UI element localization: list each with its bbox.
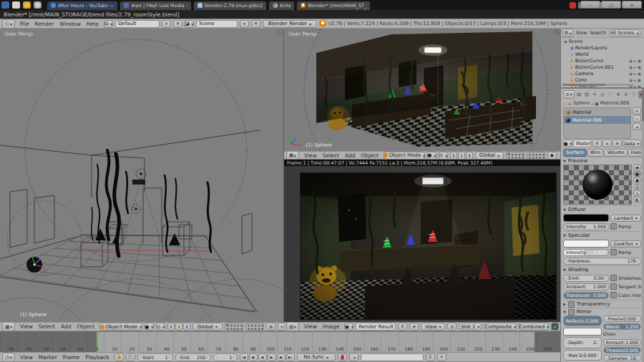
preview-cube-button[interactable]: ◼ [633,177,641,183]
preview-sky-button[interactable]: ◐ [633,197,641,202]
render-camera-icon[interactable]: ▣ [638,65,641,69]
scale-manipulator-button[interactable] [466,152,473,160]
editor-type-outliner-icon[interactable]: ☰ [562,29,573,37]
diffuse-intensity-slider[interactable]: Intensity:1.000 [563,223,609,230]
av-sync-select[interactable]: No Sync [297,353,336,361]
transform-orientation-select[interactable]: Global [192,323,223,331]
screen-layout-add-button[interactable]: + [162,20,171,28]
slot-remove-button[interactable]: − [633,115,641,122]
tab-scene-icon[interactable]: ✶ [591,91,598,98]
shading-section-header[interactable]: ▼ Shading [563,265,641,273]
gloss-threshold-slider[interactable]: Threshold:0.005 [603,347,642,353]
frame-end-field[interactable]: ‹End:250› [175,353,211,361]
blend-slider[interactable]: Blend:1.250 [603,323,642,330]
playback-button[interactable]: ◀| [249,353,258,361]
menu-item[interactable]: View [301,323,320,330]
diffuse-shader-select[interactable]: Lambert [610,215,641,222]
outliner-item[interactable]: ◆ World ◉ ▸ ▣ [561,51,644,57]
menu-item[interactable]: View [575,30,588,36]
area-resize-grip[interactable] [554,167,560,172]
tab-data-icon[interactable]: ▽ [630,91,638,98]
rotate-manipulator-button[interactable] [175,323,182,331]
window-control-button[interactable]: – [580,1,600,9]
material-name-field[interactable]: Material... [573,140,592,147]
menu-item[interactable]: Select [36,323,58,330]
area-resize-grip[interactable] [277,29,283,35]
unlink-material-button[interactable]: ✕ [613,140,622,147]
menu-item[interactable]: Object [358,152,381,159]
mirror-depth-field[interactable]: ‹ Depth:2› [563,337,602,348]
material-browse-button[interactable]: ● [563,140,572,147]
scale-manipulator-button[interactable] [183,323,190,331]
menu-item[interactable]: Search [588,30,607,36]
tab-object-icon[interactable]: ◳ [607,91,614,98]
browser-icon[interactable] [23,1,31,9]
auto-key-mode-button[interactable] [349,353,358,361]
playback-button[interactable]: ▶ [268,353,276,361]
unlink-image-button[interactable]: ✕ [409,323,419,331]
window-tab[interactable]: Krita [269,1,294,10]
shadeless-checkbox[interactable]: Shadeless [610,275,641,281]
delete-keyframe-button[interactable]: ✕ [437,353,447,361]
scene-browse-button[interactable]: ◪ [185,20,194,28]
tab-render-layers-icon[interactable]: ▥ [583,91,590,98]
mirror-checkbox[interactable] [568,309,575,315]
gloss-amount-field[interactable]: Amount:1.000 [603,339,642,346]
diffuse-ramp-checkbox[interactable]: Ramp [610,223,631,230]
specular-intensity-slider[interactable]: Intensity:0.450 [563,249,609,256]
menu-item[interactable]: Add [342,152,358,159]
slot-specials-button[interactable] [633,123,641,130]
outliner-item[interactable]: ◆ RenderLayers ◉ ▸ ▣ [561,44,644,51]
menu-item[interactable]: View [301,152,320,159]
menu-item[interactable]: Frame [60,354,82,361]
specular-hardness-slider[interactable]: ‹Hardness: 176› [563,258,641,265]
slot-add-button[interactable]: + [633,107,641,114]
material-link-select[interactable]: Data [623,140,641,147]
new-material-button[interactable]: + [602,140,612,147]
window-tab[interactable]: blender-2.79-linux-glibc2 [194,1,266,10]
diffuse-section-header[interactable]: ▼ Diffuse [563,205,641,213]
viewport-shaded[interactable]: User Persp (1) Sphere [284,29,560,151]
translucency-slider[interactable]: Translucen0.000 [563,292,609,299]
preview-section-header[interactable]: ▼ Preview [563,157,641,165]
ambient-field[interactable]: Ambient:1.000 [563,283,609,290]
insert-keyframe-button[interactable]: ⚿ [426,353,435,361]
menu-item[interactable]: Render [32,21,57,27]
transparency-section-header[interactable]: ▶ Transparency [563,300,641,308]
eye-icon[interactable]: ◉ [629,78,633,82]
render-camera-icon[interactable]: ▣ [638,84,641,89]
material-type-tab[interactable]: Wire [587,149,604,157]
render-camera-icon[interactable]: ▣ [638,59,641,63]
tab-world-icon[interactable]: ◍ [599,91,606,98]
layers-widget-2[interactable] [245,323,264,331]
render-camera-icon[interactable]: ▣ [638,78,641,82]
select-arrow-icon[interactable]: ▸ [634,59,636,63]
mirror-maxdist-field[interactable]: ‹ Max Dist:0.000› [563,350,602,361]
layers-widget-2[interactable] [527,152,545,160]
outliner-item[interactable]: ◆ BezierCurve ◉ ▸ ▣ [561,57,644,64]
playback-button[interactable]: ◀ [258,353,267,361]
lock-time-button[interactable]: ▢ [126,353,135,361]
screen-layout-browse-button[interactable]: ⊟ [104,20,113,28]
specular-color-swatch[interactable] [563,240,609,248]
preview-sphere-button[interactable]: ● [633,171,641,177]
select-arrow-icon[interactable]: ▸ [634,65,636,69]
eye-icon[interactable]: ◉ [629,59,633,63]
editor-type-image-icon[interactable]: ▤ [286,322,299,331]
fresnel-field[interactable]: ‹ Fresnel:0.000› [603,315,642,322]
frame-start-field[interactable]: ‹Start:1› [137,353,173,361]
outliner-item[interactable]: ◆ Camera ◉ ▸ ▣ [561,70,644,77]
material-slot[interactable]: Material [564,108,630,116]
menu-item[interactable]: Object [74,323,97,330]
editor-type-timeline-icon[interactable]: ◷ [2,353,15,362]
viewport-shading-button[interactable]: ● [145,323,154,331]
scene-delete-button[interactable]: ✕ [251,20,260,28]
menu-item[interactable]: View [17,354,36,361]
draw-channels-color-button[interactable]: ✓ [551,323,559,331]
timeline-ruler[interactable]: -50-40-30-20-100102030405060708090100110… [0,331,560,352]
outliner-item[interactable]: ◆ Cone ◉ ▸ ▣ [561,77,644,83]
image-name-field[interactable]: Render Result [356,323,396,331]
scene-add-button[interactable]: + [240,20,249,28]
playback-button[interactable]: ▶| [286,353,295,361]
preview-monkey-button[interactable]: ☺ [633,184,641,190]
